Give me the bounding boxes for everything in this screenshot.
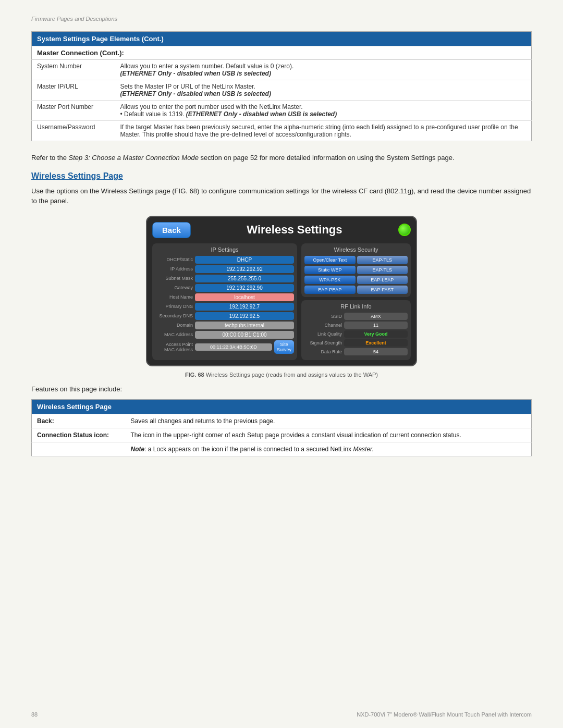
ws-label-connection-status: Connection Status icon: (32, 428, 126, 442)
row-label: System Number (32, 60, 115, 80)
rf-row-data-rate: Data Rate 54 (304, 348, 408, 355)
ip-row-hostname: Host Name localhost (155, 293, 294, 301)
ip-label-dhcp: DHCP/Static (155, 257, 193, 262)
note-master: Master. (353, 446, 374, 453)
page-header: Firmware Pages and Descriptions (31, 16, 532, 22)
refer-paragraph: Refer to the Step 3: Choose a Master Con… (31, 153, 532, 163)
ip-label-domain: Domain (155, 323, 193, 328)
ip-label-hostname: Host Name (155, 294, 193, 300)
rf-label-signal-strength: Signal Strength (304, 340, 342, 346)
ws-table-row-note: Note: a Lock appears on the icon if the … (32, 442, 532, 456)
ip-label-gateway: Gateway (155, 285, 193, 290)
row-desc: If the target Master has been previously… (115, 121, 532, 141)
ip-value-subnet[interactable]: 255.255.255.0 (195, 275, 294, 282)
back-button[interactable]: Back (152, 222, 191, 238)
site-survey-button[interactable]: SiteSurvey (274, 340, 294, 354)
fig-number: FIG. 68 (185, 372, 204, 378)
panel-title: Wireless Settings (191, 223, 398, 237)
ap-value[interactable]: 00:11:22:3A:4B:5C:6D (195, 343, 272, 351)
security-btn-eap-tls-2[interactable]: EAP-TLS (357, 266, 408, 274)
rf-row-signal-strength: Signal Strength Excellent (304, 339, 408, 347)
rf-value-channel: 11 (344, 322, 408, 329)
security-btn-wpa-psk[interactable]: WPA-PSK (304, 276, 356, 284)
table-row: Username/Password If the target Master h… (32, 121, 532, 141)
rf-value-ssid: AMX (344, 313, 408, 320)
ip-value-dhcp[interactable]: DHCP (195, 256, 294, 264)
ethernet-note-2: (ETHERNET Only - disabled when USB is se… (120, 90, 271, 97)
ip-label-primary-dns: Primary DNS (155, 304, 193, 309)
ip-value-primary-dns[interactable]: 192.192.92.7 (195, 303, 294, 311)
ethernet-note: (ETHERNET Only - disabled when USB is se… (120, 70, 271, 77)
ap-label: Access Point MAC Address (155, 342, 193, 352)
ip-row-dhcp: DHCP/Static DHCP (155, 256, 294, 264)
security-btn-open[interactable]: Open/Clear Text (304, 256, 356, 264)
ip-label-secondary-dns: Secondary DNS (155, 313, 193, 318)
rf-link-title: RF Link Info (304, 303, 408, 310)
security-btn-static-wep[interactable]: Static WEP (304, 266, 356, 274)
rf-value-signal-strength: Excellent (344, 339, 408, 347)
section-label: Master Connection (Cont.): (32, 46, 532, 60)
rf-label-data-rate: Data Rate (304, 349, 342, 354)
ip-settings-section: IP Settings DHCP/Static DHCP IP Address … (152, 243, 297, 360)
ap-row: Access Point MAC Address 00:11:22:3A:4B:… (155, 340, 294, 354)
panel-container: Back Wireless Settings IP Settings DHCP/… (31, 216, 532, 366)
table-title: System Settings Page Elements (Cont.) (32, 32, 532, 46)
security-title: Wireless Security (304, 246, 408, 253)
rf-row-ssid: SSID AMX (304, 313, 408, 320)
right-column: Wireless Security Open/Clear Text EAP-TL… (301, 243, 411, 360)
features-paragraph: Features on this page include: (31, 385, 532, 393)
row-desc: Sets the Master IP or URL of the NetLinx… (115, 80, 532, 101)
footer-product: NXD-700Vi 7" Modero® Wall/Flush Mount To… (357, 711, 532, 718)
row-label: Master IP/URL (32, 80, 115, 101)
wireless-security-section: Wireless Security Open/Clear Text EAP-TL… (301, 243, 411, 297)
table-row: System Number Allows you to enter a syst… (32, 60, 532, 80)
rf-value-data-rate: 54 (344, 348, 408, 355)
security-btn-eap-leap[interactable]: EAP-LEAP (357, 276, 408, 284)
table-row: Master IP/URL Sets the Master IP or URL … (32, 80, 532, 101)
ws-label-note (32, 442, 126, 456)
ip-row-gateway: Gateway 192.192.292.90 (155, 284, 294, 292)
table-row: Master Port Number Allows you to enter t… (32, 101, 532, 121)
ws-table-row-back: Back: Saves all changes and returns to t… (32, 414, 532, 428)
ip-value-secondary-dns[interactable]: 192.192.92.5 (195, 312, 294, 320)
wireless-intro: Use the options on the Wireless Settings… (31, 186, 532, 206)
ws-table-title: Wireless Settings Page (32, 399, 532, 414)
fig-caption: FIG. 68 Wireless Settings page (reads fr… (31, 372, 532, 378)
ip-value-hostname[interactable]: localhost (195, 293, 294, 301)
ethernet-note-3: (ETHERNET Only - disabled when USB is se… (186, 110, 337, 118)
panel-body: IP Settings DHCP/Static DHCP IP Address … (152, 243, 411, 360)
ip-value-mac[interactable]: 00:C0:00:B1:C1:00 (195, 331, 294, 339)
ws-desc-note: Note: a Lock appears on the icon if the … (126, 442, 532, 456)
ws-label-back: Back: (32, 414, 126, 428)
wireless-settings-table: Wireless Settings Page Back: Saves all c… (31, 399, 532, 456)
rf-label-ssid: SSID (304, 314, 342, 319)
ip-label-address: IP Address (155, 266, 193, 272)
panel-header: Back Wireless Settings (152, 222, 411, 238)
refer-em: Step 3: Choose a Master Connection Mode (69, 154, 199, 162)
rf-link-section: RF Link Info SSID AMX Channel 11 Link Qu… (301, 300, 411, 360)
ip-row-secondary-dns: Secondary DNS 192.192.92.5 (155, 312, 294, 320)
fig-text: Wireless Settings page (reads from and a… (206, 372, 378, 378)
row-label: Username/Password (32, 121, 115, 141)
security-btn-eap-fast[interactable]: EAP-FAST (357, 286, 408, 294)
ip-label-subnet: Subnet Mask (155, 276, 193, 281)
ip-row-address: IP Address 192.192.292.92 (155, 265, 294, 273)
row-desc: Allows you to enter the port number used… (115, 101, 532, 121)
page-footer: 88 NXD-700Vi 7" Modero® Wall/Flush Mount… (0, 711, 563, 718)
ip-row-domain: Domain techpubs.internal (155, 322, 294, 329)
ws-table-row-connection-status: Connection Status icon: The icon in the … (32, 428, 532, 442)
ip-value-domain[interactable]: techpubs.internal (195, 322, 294, 329)
rf-label-channel: Channel (304, 323, 342, 328)
ip-value-gateway[interactable]: 192.192.292.90 (195, 284, 294, 292)
ip-settings-title: IP Settings (155, 246, 294, 253)
security-btn-eap-tls-1[interactable]: EAP-TLS (357, 256, 408, 264)
wireless-panel: Back Wireless Settings IP Settings DHCP/… (146, 216, 417, 366)
ip-value-address[interactable]: 192.192.292.92 (195, 265, 294, 273)
connection-status-dot (398, 224, 411, 236)
security-btn-eap-peap[interactable]: EAP-PEAP (304, 286, 356, 294)
security-grid: Open/Clear Text EAP-TLS Static WEP EAP-T… (304, 256, 408, 294)
ip-row-primary-dns: Primary DNS 192.192.92.7 (155, 303, 294, 311)
system-settings-table: System Settings Page Elements (Cont.) Ma… (31, 31, 532, 141)
ip-row-subnet: Subnet Mask 255.255.255.0 (155, 275, 294, 282)
rf-value-link-quality: Very Good (344, 330, 408, 338)
